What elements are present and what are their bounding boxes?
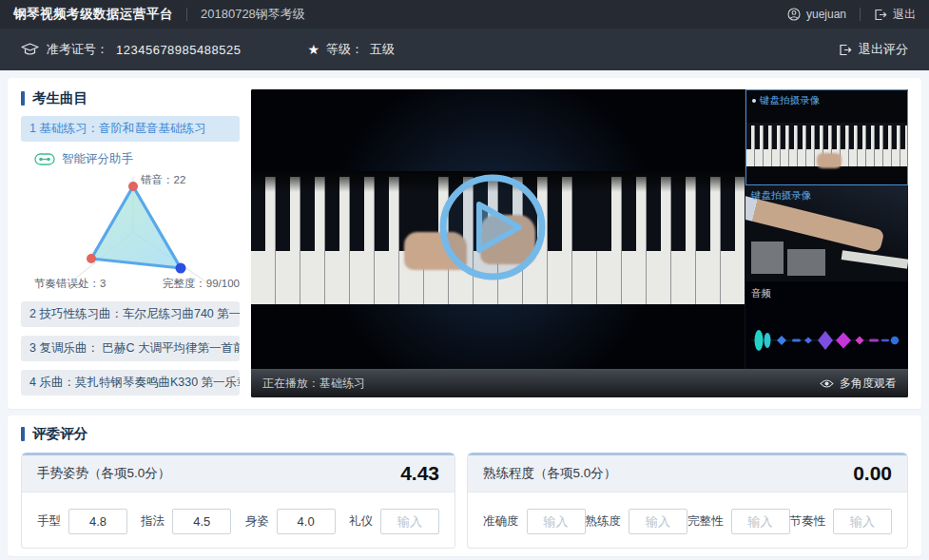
top-header-bar: 钢琴视频考级数据运营平台 20180728钢琴考级 yuejuan 退出 — [0, 0, 929, 29]
field-label-proficiency: 熟练度 — [586, 513, 622, 530]
field-label-accuracy: 准确度 — [483, 513, 519, 530]
logout-icon — [874, 9, 887, 21]
thumb1-hand — [817, 153, 842, 168]
video-player-shell: 键盘拍摄录像 键盘拍摄录像 — [251, 89, 908, 397]
exit-grading-icon — [839, 44, 852, 56]
exam-main-panel: 考生曲目 1 基础练习：音阶和琶音基础练习 智能评分助手 — [8, 78, 921, 409]
camera-thumb-2-label: 键盘拍摄录像 — [751, 189, 811, 203]
gesture-card-title: 手势姿势（各项5.0分） — [37, 465, 170, 482]
user-icon — [787, 8, 801, 21]
fingering-input[interactable] — [172, 509, 231, 534]
sheet-music — [751, 241, 784, 274]
radar-label-rhythm-errors: 节奏错误处：3 — [34, 277, 106, 291]
audio-waveform — [749, 323, 903, 357]
assistant-label: 智能评分助手 — [62, 151, 133, 167]
level-label: 等级： — [326, 41, 363, 58]
scoring-section-title: 评委评分 — [21, 425, 908, 443]
video-control-bar: 正在播放：基础练习 多角度观看 — [251, 369, 908, 397]
proficiency-card-title: 熟练程度（各项5.0分） — [483, 465, 616, 482]
posture-input[interactable] — [277, 509, 336, 534]
radar-label-completeness: 完整度：99/100 — [163, 277, 240, 291]
level-value: 五级 — [370, 41, 395, 58]
proficiency-card-total: 0.00 — [853, 462, 892, 485]
proficiency-card: 熟练程度（各项5.0分） 0.00 准确度 熟练度 完整性 节奏性 — [467, 453, 908, 549]
star-icon: ★ — [307, 43, 319, 56]
username: yuejuan — [806, 8, 846, 21]
camera-angle-panel: 键盘拍摄录像 键盘拍摄录像 — [745, 89, 908, 369]
camera-thumb-1-label: 键盘拍摄录像 — [760, 94, 820, 107]
hand-shape-input[interactable] — [68, 509, 127, 534]
assistant-icon — [34, 153, 55, 165]
song-item-3[interactable]: 3 复调乐曲： 巴赫C 大调平均律第一首前奏曲 — [21, 336, 240, 361]
judge-scoring-panel: 评委评分 手势姿势（各项5.0分） 4.43 手型 指法 身姿 — [8, 415, 921, 556]
multi-angle-button[interactable]: 多角度观看 — [820, 376, 897, 392]
radar-dot-wrong-notes — [128, 182, 138, 191]
app-title: 钢琴视频考级数据运营平台 — [13, 6, 173, 23]
divider — [860, 8, 861, 21]
ticket-label: 准考证号： — [47, 41, 108, 58]
ai-score-radar-chart: 错音：22 节奏错误处：3 完整度：99/100 — [21, 171, 240, 293]
radar-chart-svg — [21, 171, 238, 293]
accuracy-input[interactable] — [527, 509, 586, 534]
session-title: 20180728钢琴考级 — [201, 6, 305, 23]
etiquette-input[interactable] — [380, 509, 439, 534]
exam-info-bar: 准考证号： 12345678985488525 ★ 等级： 五级 退出评分 — [0, 29, 929, 70]
logout-button[interactable]: 退出 — [874, 7, 916, 23]
smart-scoring-assistant-toggle[interactable]: 智能评分助手 — [34, 151, 240, 167]
song-item-1[interactable]: 1 基础练习：音阶和琶音基础练习 — [21, 116, 240, 142]
field-label-posture: 身姿 — [245, 513, 269, 530]
now-playing-text: 正在播放：基础练习 — [262, 376, 365, 392]
eye-icon — [820, 378, 834, 389]
live-dot-icon — [752, 99, 756, 103]
graduation-cap-icon — [21, 43, 39, 57]
multi-angle-label: 多角度观看 — [840, 376, 897, 392]
gesture-posture-card: 手势姿势（各项5.0分） 4.43 手型 指法 身姿 礼仪 — [21, 453, 455, 549]
song-list-title-text: 考生曲目 — [32, 89, 87, 107]
completeness-input[interactable] — [731, 509, 790, 534]
exit-grading-label: 退出评分 — [859, 41, 908, 58]
field-label-rhythm: 节奏性 — [790, 513, 826, 530]
ticket-number: 12345678985488525 — [116, 43, 241, 57]
field-label-fingering: 指法 — [141, 513, 165, 530]
radar-label-wrong-notes: 错音：22 — [141, 173, 185, 187]
main-video[interactable] — [251, 89, 745, 369]
sheet-music — [787, 249, 825, 276]
audio-label: 音频 — [751, 287, 771, 300]
camera-thumb-2[interactable]: 键盘拍摄录像 — [745, 185, 908, 281]
field-label-completeness: 完整性 — [687, 513, 724, 530]
title-accent-bar — [21, 91, 25, 106]
audio-track-panel[interactable]: 音频 — [745, 281, 908, 369]
field-label-hand-shape: 手型 — [37, 513, 61, 530]
scoring-title-text: 评委评分 — [32, 425, 87, 443]
radar-dot-completeness — [176, 263, 186, 274]
user-menu[interactable]: yuejuan — [787, 8, 846, 21]
song-item-2[interactable]: 2 技巧性练习曲：车尔尼练习曲740 第一首 — [21, 301, 240, 327]
keyboard-edge — [842, 250, 908, 269]
logout-label: 退出 — [893, 7, 916, 23]
song-item-4[interactable]: 4 乐曲：莫扎特钢琴奏鸣曲K330 第一乐章 — [21, 370, 240, 396]
song-list-title: 考生曲目 — [21, 89, 240, 107]
divider — [186, 8, 187, 21]
title-accent-bar — [21, 427, 25, 441]
gesture-card-total: 4.43 — [400, 462, 439, 485]
exit-grading-button[interactable]: 退出评分 — [839, 41, 908, 58]
proficiency-input[interactable] — [629, 509, 687, 534]
field-label-etiquette: 礼仪 — [349, 513, 373, 530]
play-button[interactable] — [437, 172, 548, 282]
rhythm-input[interactable] — [833, 509, 892, 534]
song-list-sidebar: 考生曲目 1 基础练习：音阶和琶音基础练习 智能评分助手 — [21, 89, 240, 397]
radar-dot-rhythm-errors — [87, 254, 96, 263]
camera-thumb-1[interactable]: 键盘拍摄录像 — [745, 89, 908, 185]
